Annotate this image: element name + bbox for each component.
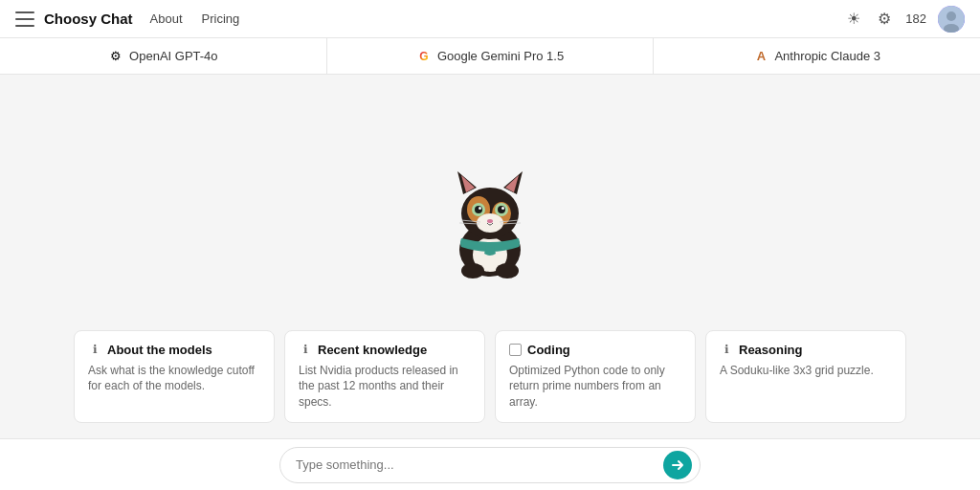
header-right: ☀ ⚙ 182 — [844, 6, 965, 33]
card-coding[interactable]: Coding Optimized Python code to only ret… — [495, 330, 696, 423]
reasoning-title: Reasoning — [739, 343, 802, 357]
recent-knowledge-icon: ℹ — [299, 343, 312, 356]
about-models-body: Ask what is the knowledge cutoff for eac… — [88, 363, 260, 395]
cat-mascot — [433, 154, 547, 269]
main-content: ℹ About the models Ask what is the knowl… — [0, 75, 980, 438]
recent-knowledge-body: List Nvidia products released in the pas… — [299, 363, 471, 411]
settings-icon[interactable]: ⚙ — [875, 10, 894, 29]
svg-point-24 — [461, 263, 484, 278]
card-reasoning-header: ℹ Reasoning — [720, 343, 892, 357]
nav-pricing[interactable]: Pricing — [194, 8, 248, 30]
card-recent-knowledge-header: ℹ Recent knowledge — [299, 343, 471, 357]
nav-links: About Pricing — [143, 8, 248, 30]
coding-title: Coding — [527, 343, 570, 357]
svg-point-15 — [479, 207, 481, 210]
card-coding-header: Coding — [509, 343, 681, 357]
model-tab-openai[interactable]: ⚙ OpenAI GPT-4o — [0, 38, 327, 74]
model-tab-google-label: Google Gemini Pro 1.5 — [437, 49, 564, 63]
google-icon: G — [416, 49, 432, 64]
mascot-area — [433, 75, 547, 330]
model-tab-google[interactable]: G Google Gemini Pro 1.5 — [327, 38, 655, 74]
reasoning-body: A Soduku-like 3x3 grid puzzle. — [720, 363, 892, 379]
app-title: Choosy Chat — [44, 11, 133, 27]
bottom-bar — [0, 438, 980, 490]
card-about-models-header: ℹ About the models — [88, 343, 260, 357]
svg-point-17 — [498, 206, 505, 213]
chat-input[interactable] — [296, 457, 663, 472]
anthropic-icon: A — [753, 49, 768, 64]
svg-point-19 — [487, 219, 493, 223]
coding-icon — [509, 344, 522, 356]
coding-body: Optimized Python code to only return pri… — [509, 363, 681, 411]
svg-point-14 — [475, 206, 482, 213]
app-header: Choosy Chat About Pricing ☀ ⚙ 182 — [0, 0, 980, 38]
token-count: 182 — [905, 11, 926, 26]
send-button[interactable] — [663, 451, 692, 479]
about-models-icon: ℹ — [88, 343, 101, 356]
card-reasoning[interactable]: ℹ Reasoning A Soduku-like 3x3 grid puzzl… — [705, 330, 906, 423]
model-tabs: ⚙ OpenAI GPT-4o G Google Gemini Pro 1.5 … — [0, 38, 980, 75]
svg-point-25 — [496, 263, 519, 278]
model-tab-anthropic-label: Anthropic Claude 3 — [774, 49, 880, 63]
about-models-title: About the models — [107, 343, 212, 357]
avatar[interactable] — [938, 6, 965, 33]
theme-icon[interactable]: ☀ — [844, 10, 863, 29]
cards-row: ℹ About the models Ask what is the knowl… — [0, 330, 980, 438]
header-left: Choosy Chat About Pricing — [15, 8, 247, 30]
input-wrapper — [279, 447, 701, 483]
nav-about[interactable]: About — [143, 8, 190, 30]
reasoning-icon: ℹ — [720, 343, 733, 356]
svg-point-1 — [947, 11, 956, 21]
openai-icon: ⚙ — [108, 49, 123, 64]
svg-point-18 — [501, 207, 504, 210]
model-tab-openai-label: OpenAI GPT-4o — [129, 49, 218, 63]
card-about-models[interactable]: ℹ About the models Ask what is the knowl… — [74, 330, 275, 423]
sidebar-toggle[interactable] — [15, 11, 34, 27]
recent-knowledge-title: Recent knowledge — [318, 343, 427, 357]
model-tab-anthropic[interactable]: A Anthropic Claude 3 — [654, 38, 980, 74]
card-recent-knowledge[interactable]: ℹ Recent knowledge List Nvidia products … — [284, 330, 485, 423]
